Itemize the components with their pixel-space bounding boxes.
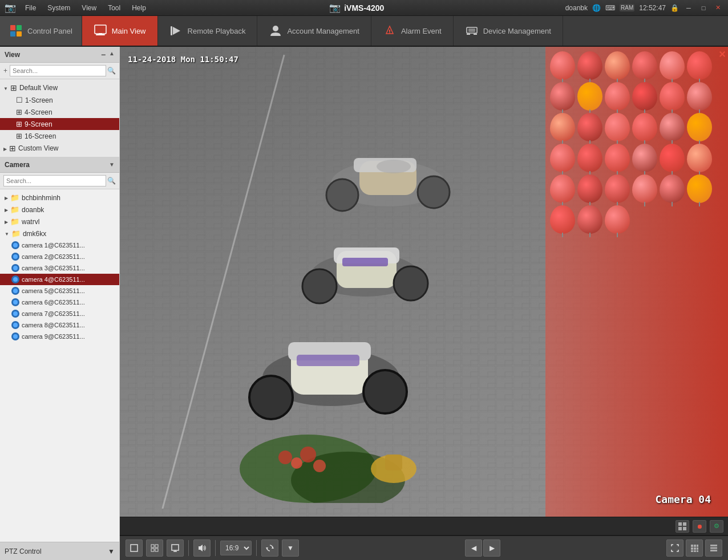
tab-remote-playback[interactable]: Remote Playback <box>158 16 258 46</box>
view-9screen[interactable]: ⊞ 9-Screen <box>0 118 119 130</box>
svg-point-41 <box>300 447 316 462</box>
menu-system[interactable]: System <box>45 3 72 13</box>
ptz-control[interactable]: PTZ Control ▼ <box>0 542 119 560</box>
volume-button[interactable] <box>193 539 211 557</box>
default-view-parent[interactable]: ⊞ Default View <box>0 82 119 94</box>
dmk6kx-chevron <box>5 230 9 237</box>
single-screen-button[interactable] <box>126 539 143 557</box>
grid-view-button[interactable] <box>686 539 703 557</box>
view-1screen[interactable]: ☐ 1-Screen <box>0 94 119 106</box>
tab-alarm-event[interactable]: Alarm Event <box>371 16 454 46</box>
camera-item-6[interactable]: camera 6@C623511... <box>0 297 119 308</box>
camera-7-status-dot <box>11 310 19 318</box>
account-management-icon <box>269 24 282 38</box>
maximize-button[interactable]: □ <box>698 4 709 12</box>
menu-help[interactable]: Help <box>130 3 148 13</box>
custom-view-icon: ⊞ <box>9 144 16 153</box>
toolbar-separator-1 <box>188 540 189 556</box>
camera-overlay-label: Camera 04 <box>655 493 711 505</box>
camera-collapse-button[interactable]: ▼ <box>109 161 115 168</box>
tab-main-view[interactable]: Main View <box>82 16 158 46</box>
camera-group-dmk6kx[interactable]: 📁 dmk6kx <box>0 228 119 240</box>
tab-control-panel[interactable]: Control Panel <box>0 16 82 46</box>
camera-item-4[interactable]: camera 4@C623511... <box>0 274 119 285</box>
menu-tool[interactable]: Tool <box>106 3 123 13</box>
camera-feed: 11-24-2018 Mon 11:50:47 Camera 04 <box>120 47 728 517</box>
aspect-ratio-select[interactable]: 16:9 4:3 1:1 Auto <box>220 541 252 555</box>
camera-6-status-dot <box>11 298 19 306</box>
prev-button[interactable]: ◀ <box>465 539 482 557</box>
view-9screen-label: 9-Screen <box>25 120 52 128</box>
svg-rect-49 <box>131 545 137 551</box>
video-settings-button[interactable]: ⚙ <box>710 520 723 533</box>
menu-file[interactable]: File <box>23 3 38 13</box>
video-record-button[interactable]: ⏺ <box>693 520 706 533</box>
clock-label: 12:52:47 <box>639 4 666 12</box>
menu-view[interactable]: View <box>79 3 99 13</box>
view-search-icon[interactable]: 🔍 <box>107 67 116 75</box>
globe-icon: 🌐 <box>592 4 601 12</box>
camera-4-status-dot <box>11 275 19 283</box>
view-panel-header: View ▲ <box>0 47 119 63</box>
camera-search-input[interactable] <box>3 175 106 186</box>
view-search-bar: + 🔍 <box>0 63 119 79</box>
svg-point-27 <box>302 269 337 303</box>
main-view-icon <box>94 24 107 38</box>
tab-control-panel-label: Control Panel <box>27 27 72 35</box>
svg-rect-2 <box>10 31 15 36</box>
camera-5-status-dot <box>11 287 19 295</box>
camera-group-bchbinhminh[interactable]: 📁 bchbinhminh <box>0 192 119 204</box>
camera-9-status-dot <box>11 332 19 340</box>
view-collapse-button[interactable] <box>101 50 106 59</box>
camera-item-2[interactable]: camera 2@C623511... <box>0 251 119 262</box>
camera-5-label: camera 5@C623511... <box>22 287 85 294</box>
view-expand-button[interactable]: ▲ <box>109 50 115 59</box>
next-button[interactable]: ▶ <box>483 539 500 557</box>
camera-item-8[interactable]: camera 8@C623511... <box>0 319 119 331</box>
svg-point-34 <box>363 370 407 413</box>
svg-rect-44 <box>385 455 402 470</box>
view-search-input[interactable] <box>10 65 106 76</box>
four-screen-button[interactable] <box>146 539 163 557</box>
minimize-button[interactable]: ─ <box>683 4 694 12</box>
camera-group-doanbk[interactable]: 📁 doanbk <box>0 204 119 216</box>
camera-item-9[interactable]: camera 9@C623511... <box>0 331 119 342</box>
camera-7-label: camera 7@C623511... <box>22 310 85 317</box>
custom-view-parent[interactable]: ⊞ Custom View <box>0 142 119 155</box>
camera-group-watrvl[interactable]: 📁 watrvl <box>0 216 119 228</box>
view-add-button[interactable]: + <box>3 67 7 75</box>
dropdown-button[interactable]: ▼ <box>282 539 299 557</box>
camera-search-icon[interactable]: 🔍 <box>107 177 116 185</box>
camera-item-5[interactable]: camera 5@C623511... <box>0 285 119 297</box>
camera-item-1[interactable]: camera 1@C623511... <box>0 240 119 251</box>
doanbk-folder-icon: 📁 <box>10 205 19 214</box>
video-layout-button-1[interactable] <box>676 520 689 533</box>
refresh-button[interactable] <box>261 539 278 557</box>
tab-account-management[interactable]: Account Management <box>257 16 371 46</box>
close-video-button[interactable]: ✕ <box>718 49 726 60</box>
camera-item-7[interactable]: camera 7@C623511... <box>0 308 119 319</box>
view-16screen[interactable]: ⊞ 16-Screen <box>0 130 119 142</box>
close-button[interactable]: ✕ <box>713 4 723 12</box>
svg-rect-45 <box>678 522 682 526</box>
tab-device-management[interactable]: Device Management <box>454 16 563 46</box>
svg-rect-1 <box>17 25 22 30</box>
title-center: 📷 iVMS-4200 <box>329 2 384 13</box>
svg-rect-53 <box>155 549 158 551</box>
camera-timestamp: 11-24-2018 Mon 11:50:47 <box>128 55 238 64</box>
camera-1-status-dot <box>11 241 19 249</box>
view-4screen[interactable]: ⊞ 4-Screen <box>0 106 119 118</box>
fullscreen-button[interactable] <box>666 539 683 557</box>
default-view-grid-icon: ⊞ <box>10 83 17 92</box>
sidebar: View ▲ + 🔍 ⊞ Default View <box>0 47 120 560</box>
list-view-button[interactable] <box>705 539 722 557</box>
title-icon: 📷 <box>329 2 341 13</box>
default-view-label: Default View <box>19 84 58 92</box>
single-view-button[interactable] <box>167 539 184 557</box>
video-area: 11-24-2018 Mon 11:50:47 Camera 04 <box>120 47 728 517</box>
camera-item-3[interactable]: camera 3@C623511... <box>0 262 119 274</box>
view-tree: ⊞ Default View ☐ 1-Screen ⊞ 4-Screen ⊞ 9… <box>0 79 119 157</box>
svg-rect-36 <box>297 355 359 366</box>
custom-view-chevron <box>3 145 7 152</box>
view-16screen-label: 16-Screen <box>25 132 56 140</box>
